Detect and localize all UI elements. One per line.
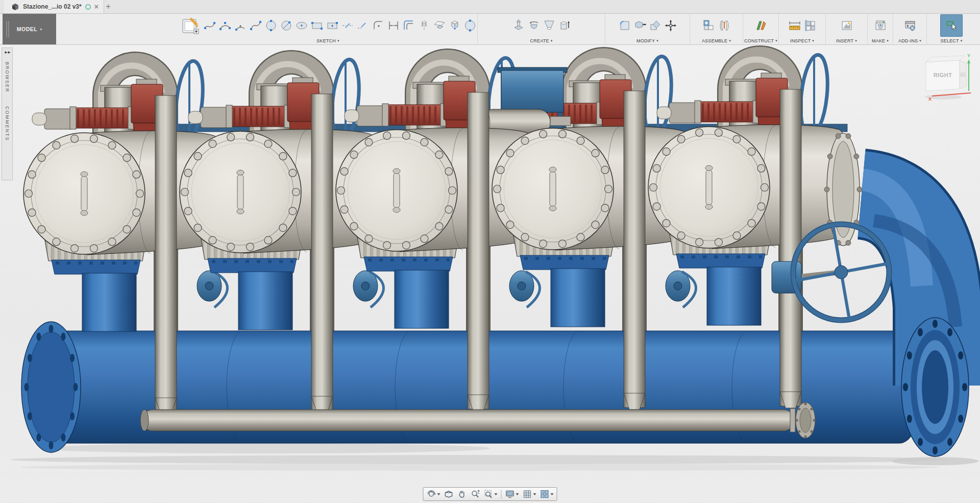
new-tab-button[interactable]: + <box>102 1 114 13</box>
toolbar-group-assemble: ASSEMBLE▾ <box>690 14 743 44</box>
chevron-down-icon: ▾ <box>729 39 731 43</box>
insert-image-tool[interactable] <box>840 16 854 35</box>
save-status-icon <box>85 4 91 10</box>
sidebar-tab-comments[interactable]: COMMENTS <box>5 106 10 141</box>
model-scene[interactable] <box>0 45 980 503</box>
select-tool[interactable] <box>940 14 963 37</box>
viewcube-face-label: RIGHT <box>934 72 952 78</box>
chevron-down-icon <box>437 493 440 495</box>
center-arc-tool[interactable] <box>233 16 248 35</box>
3d-viewport[interactable]: RIGHT BACK Y X <box>0 45 980 503</box>
project-tool[interactable] <box>432 16 447 35</box>
tab-bar: Stazione_...io 02 v3* × + <box>0 0 980 14</box>
grid-settings-button[interactable] <box>521 489 538 499</box>
toolbar-group-construct: CONSTRUCT▾ <box>743 14 779 44</box>
construction-line-tool[interactable] <box>340 16 355 35</box>
joint-tool[interactable] <box>717 16 731 35</box>
group-label-addins[interactable]: ADD-INS <box>898 38 918 43</box>
chevron-down-icon: ▾ <box>40 27 42 32</box>
sketch-fillet-tool[interactable] <box>371 16 385 35</box>
view-navigation-bar <box>423 487 557 501</box>
manifold-outlet-flange <box>901 318 969 457</box>
drain-end-flange <box>795 402 815 438</box>
construction-plane-tool[interactable] <box>754 16 768 35</box>
center-rectangle-tool[interactable] <box>325 16 339 35</box>
x-axis-label: X <box>928 97 932 102</box>
offset-tool[interactable] <box>402 16 416 35</box>
3d-print-tool[interactable] <box>873 16 888 35</box>
zoom-window-button[interactable] <box>482 489 499 499</box>
scripts-addins-tool[interactable] <box>903 16 917 35</box>
extrude-tool[interactable] <box>511 16 526 35</box>
group-label-select[interactable]: SELECT <box>941 38 959 43</box>
sketch-dimension-tool[interactable] <box>386 16 401 35</box>
group-label-sketch[interactable]: SKETCH <box>316 38 336 43</box>
toolbar-group-insert: INSERT▾ <box>826 14 868 44</box>
orbit-button[interactable] <box>425 489 442 499</box>
toolbar-group-modify: MODIFY▾ <box>605 14 690 44</box>
2-point-circle-tool[interactable] <box>279 16 293 35</box>
chevron-down-icon <box>495 493 498 495</box>
viewports-button[interactable] <box>538 489 555 499</box>
sphere-primitive-tool[interactable] <box>463 16 477 35</box>
expand-browser-icon[interactable]: ►► <box>4 50 10 55</box>
center-circle-tool[interactable] <box>264 16 278 35</box>
manifold-inlet-flange <box>21 322 81 452</box>
loft-tool[interactable] <box>542 16 556 35</box>
group-label-construct[interactable]: CONSTRUCT <box>744 38 774 43</box>
chevron-down-icon: ▾ <box>337 39 339 43</box>
pan-button[interactable] <box>456 489 469 499</box>
new-component-tool[interactable] <box>702 16 716 35</box>
close-tab-icon[interactable]: × <box>94 3 99 10</box>
group-label-inspect[interactable]: INSPECT <box>790 38 811 43</box>
ellipse-tool[interactable] <box>295 16 309 35</box>
group-label-assemble[interactable]: ASSEMBLE <box>702 38 727 43</box>
section-analysis-tool[interactable] <box>803 16 817 35</box>
divider <box>501 490 502 499</box>
group-label-create[interactable]: CREATE <box>530 38 549 43</box>
floor-shadow <box>10 443 978 471</box>
y-axis-label: Y <box>967 53 970 58</box>
chevron-down-icon <box>516 493 519 495</box>
mirror-tool[interactable] <box>417 16 431 35</box>
display-settings-button[interactable] <box>504 489 521 499</box>
toolbar-group-sketch: SKETCH▾ <box>179 14 478 44</box>
chevron-down-icon: ▾ <box>551 39 553 43</box>
chevron-down-icon <box>533 493 536 495</box>
left-panel-rail: ►► BROWSER COMMENTS <box>2 47 13 180</box>
zoom-button[interactable] <box>469 489 482 499</box>
toolbar-group-inspect: INSPECT▾ <box>779 14 826 44</box>
chevron-down-icon <box>551 493 554 495</box>
look-at-button[interactable] <box>443 489 455 499</box>
control-point-spline-tool[interactable] <box>249 16 263 35</box>
press-pull-tool[interactable] <box>633 16 647 35</box>
create-sketch-tool[interactable] <box>179 16 202 35</box>
3-point-arc-tool[interactable] <box>218 16 232 35</box>
group-label-insert[interactable]: INSERT <box>836 38 853 43</box>
fillet-tool[interactable] <box>618 16 632 35</box>
revolve-tool[interactable] <box>527 16 541 35</box>
cylinder-tool[interactable] <box>557 16 572 35</box>
group-label-make[interactable]: MAKE <box>872 38 885 43</box>
app-cube-icon <box>11 3 19 11</box>
box-primitive-tool[interactable] <box>448 16 462 35</box>
workspace-label: MODEL <box>17 26 37 32</box>
group-label-modify[interactable]: MODIFY <box>636 38 655 43</box>
measure-tool[interactable] <box>788 16 802 35</box>
spline-tool[interactable] <box>203 16 217 35</box>
sidebar-tab-browser[interactable]: BROWSER <box>5 62 10 93</box>
2-point-rectangle-tool[interactable] <box>310 16 324 35</box>
chevron-down-icon: ▾ <box>961 39 963 43</box>
viewcube-side-label: BACK <box>961 72 966 78</box>
chevron-down-icon: ▾ <box>656 39 658 43</box>
workspace-switcher[interactable]: MODEL ▾ <box>3 14 56 44</box>
toolbar-group-create: CREATE▾ <box>478 14 605 44</box>
toolbar-group-make: MAKE▾ <box>868 14 893 44</box>
construction-line-alt-tool[interactable] <box>356 16 370 35</box>
move-tool[interactable] <box>664 16 678 35</box>
chamfer-tool[interactable] <box>648 16 663 35</box>
document-tab[interactable]: Stazione_...io 02 v3* × <box>4 0 104 13</box>
chevron-down-icon: ▾ <box>855 39 857 43</box>
chevron-down-icon: ▾ <box>812 39 814 43</box>
viewcube[interactable]: RIGHT BACK Y X <box>914 49 975 105</box>
